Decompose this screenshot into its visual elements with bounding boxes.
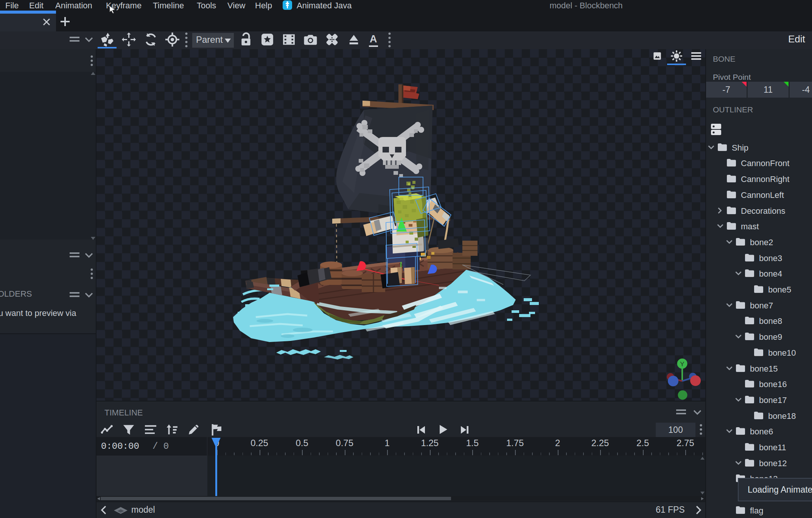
svg-text:Y: Y: [680, 361, 684, 368]
